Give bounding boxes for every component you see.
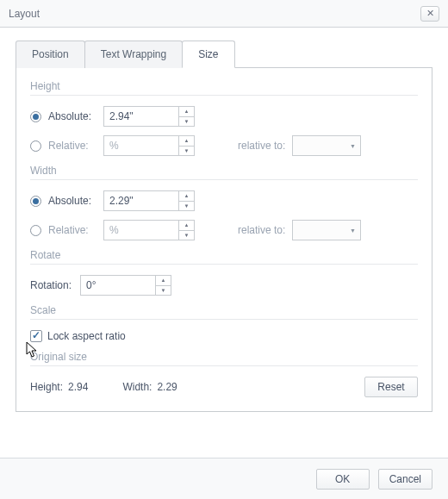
dialog-body: Position Text Wrapping Size Height Absol… [0,28,448,412]
width-absolute-radio[interactable] [30,196,41,207]
section-original-size: Original size [30,351,418,366]
tabs: Position Text Wrapping Size [16,40,432,68]
width-absolute-value[interactable]: 2.29" [104,195,178,207]
width-absolute-row: Absolute: 2.29" ▲ ▼ [30,190,418,211]
section-width: Width [30,165,418,180]
height-relative-up-icon: ▲ [179,136,194,147]
original-height-value: 2.94 [68,381,88,393]
close-icon: ✕ [426,8,434,19]
tab-position[interactable]: Position [16,41,85,68]
tab-size[interactable]: Size [182,41,234,68]
tab-text-wrapping[interactable]: Text Wrapping [84,41,183,68]
height-relative-to-dropdown: ▼ [292,135,361,156]
height-relative-down-icon: ▼ [179,147,194,156]
dialog-footer: OK Cancel [0,458,448,499]
width-absolute-spinner[interactable]: 2.29" ▲ ▼ [103,190,195,211]
original-height-label: Height: [30,381,63,393]
height-relative-radio[interactable] [30,140,41,152]
height-absolute-up-icon[interactable]: ▲ [179,107,194,117]
width-relative-to-dropdown: ▼ [292,220,361,240]
rotation-label: Rotation: [30,279,80,291]
height-relative-to-label: relative to: [238,140,285,152]
width-relative-row: Relative: % ▲ ▼ relative to: ▼ [30,220,418,240]
original-width-label: Width: [122,381,152,393]
width-relative-up-icon: ▲ [179,221,194,231]
rotation-row: Rotation: 0° ▲ ▼ [30,275,418,296]
height-absolute-label: Absolute: [48,110,103,122]
cancel-button[interactable]: Cancel [378,469,432,490]
rotation-up-icon[interactable]: ▲ [156,276,171,286]
chevron-down-icon: ▼ [345,143,360,149]
height-absolute-spinner[interactable]: 2.94" ▲ ▼ [103,106,195,127]
width-absolute-up-icon[interactable]: ▲ [179,191,194,202]
width-relative-label: Relative: [48,224,103,236]
reset-button[interactable]: Reset [364,377,418,397]
width-relative-radio[interactable] [30,225,41,236]
original-height: Height: 2.94 [30,381,88,393]
width-relative-spinner: % ▲ ▼ [103,220,195,240]
rotation-value[interactable]: 0° [81,279,155,291]
height-absolute-down-icon[interactable]: ▼ [179,117,194,127]
height-absolute-value[interactable]: 2.94" [104,110,178,122]
lock-aspect-row: Lock aspect ratio [30,330,418,342]
rotation-down-icon[interactable]: ▼ [156,286,171,296]
original-width-value: 2.29 [157,381,177,393]
height-relative-spinner: % ▲ ▼ [103,135,195,156]
close-button[interactable]: ✕ [420,6,439,22]
width-absolute-label: Absolute: [48,195,103,207]
section-height: Height [30,80,418,96]
ok-button[interactable]: OK [316,469,370,490]
height-relative-label: Relative: [48,140,103,152]
width-relative-value: % [104,224,178,236]
lock-aspect-checkbox[interactable] [30,330,42,342]
section-scale: Scale [30,304,418,320]
width-relative-down-icon: ▼ [179,231,194,240]
height-absolute-radio[interactable] [30,111,41,122]
height-relative-value: % [104,140,178,152]
section-rotate: Rotate [30,249,418,265]
dialog-title: Layout [9,8,420,20]
height-relative-row: Relative: % ▲ ▼ relative to: ▼ [30,135,418,156]
layout-dialog: Layout ✕ Position Text Wrapping Size Hei… [0,0,448,499]
chevron-down-icon: ▼ [345,228,360,234]
original-width: Width: 2.29 [122,381,177,393]
size-panel: Height Absolute: 2.94" ▲ ▼ Relative: % [16,68,432,412]
width-absolute-down-icon[interactable]: ▼ [179,202,194,211]
original-size-row: Height: 2.94 Width: 2.29 Reset [30,377,418,397]
titlebar: Layout ✕ [0,0,448,28]
width-relative-to-label: relative to: [238,224,285,236]
rotation-spinner[interactable]: 0° ▲ ▼ [80,275,171,296]
lock-aspect-label: Lock aspect ratio [47,330,126,342]
height-absolute-row: Absolute: 2.94" ▲ ▼ [30,106,418,127]
